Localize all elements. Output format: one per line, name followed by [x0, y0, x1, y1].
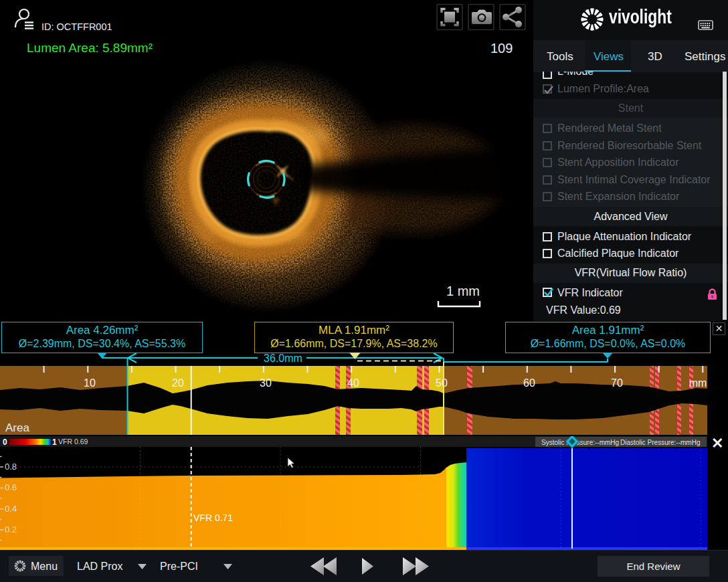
svg-text:0.2: 0.2: [5, 524, 17, 535]
svg-text:VFR 0.71: VFR 0.71: [193, 512, 233, 523]
svg-text:30: 30: [260, 377, 272, 389]
svg-text:1: 1: [52, 438, 57, 447]
svg-text:0.6: 0.6: [5, 482, 17, 492]
svg-text:Diastolic Pressure:--mmHg: Diastolic Pressure:--mmHg: [620, 439, 700, 446]
svg-text:✕: ✕: [711, 436, 723, 452]
svg-text:mm: mm: [689, 377, 707, 389]
svg-text:50: 50: [436, 377, 448, 389]
svg-text:Area: Area: [5, 421, 29, 434]
svg-text:VFR 0.69: VFR 0.69: [58, 438, 88, 446]
svg-text:60: 60: [523, 377, 535, 389]
svg-text:0: 0: [3, 438, 7, 447]
svg-text:70: 70: [611, 377, 623, 389]
svg-text:Systolic Pressure:--mmHg: Systolic Pressure:--mmHg: [541, 439, 619, 446]
svg-text:0.4: 0.4: [5, 504, 17, 514]
svg-text:40: 40: [347, 377, 359, 389]
svg-text:0.8: 0.8: [5, 462, 17, 472]
svg-text:20: 20: [172, 377, 184, 389]
svg-text:10: 10: [84, 377, 96, 389]
